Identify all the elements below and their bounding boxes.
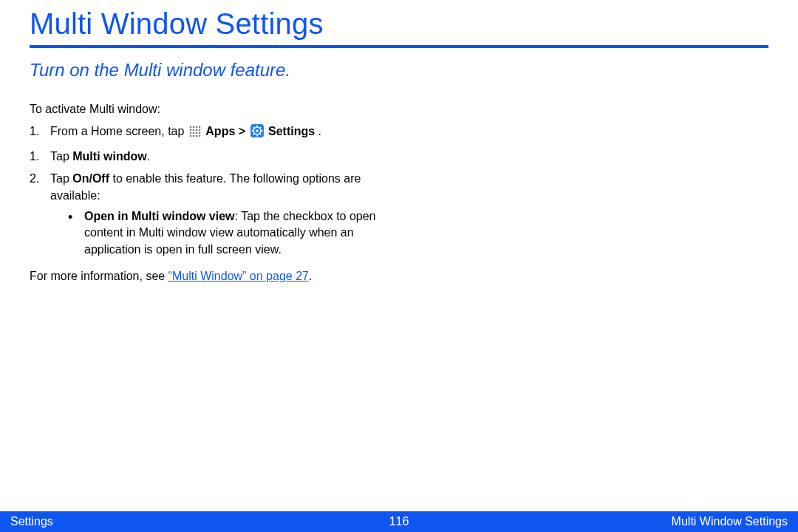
svg-point-2: [196, 126, 198, 129]
svg-point-7: [199, 129, 201, 132]
page-subtitle: Turn on the Multi window feature.: [30, 60, 768, 81]
svg-point-13: [193, 135, 195, 137]
svg-point-0: [190, 126, 192, 129]
svg-point-14: [196, 135, 198, 137]
svg-point-4: [190, 129, 192, 132]
page-title: Multi Window Settings: [30, 7, 768, 41]
step-2: 2. Tap On/Off to enable this feature. Th…: [30, 171, 384, 258]
gt-separator: >: [239, 125, 249, 137]
settings-label: Settings: [268, 125, 315, 137]
svg-line-24: [259, 134, 260, 134]
svg-point-15: [199, 135, 201, 137]
step-number: 1.: [30, 123, 39, 140]
option-bold: Open in Multi window view: [84, 210, 235, 222]
step-number: 2.: [30, 171, 39, 187]
footer-right: Multi Window Settings: [672, 515, 788, 528]
step-1b-suffix: .: [147, 150, 150, 163]
svg-point-5: [193, 129, 195, 132]
step-1-period: .: [318, 125, 321, 137]
step-number: 1.: [30, 149, 39, 165]
svg-point-10: [196, 132, 198, 134]
options-list: Open in Multi window view: Tap the check…: [50, 208, 384, 258]
svg-line-25: [253, 134, 253, 134]
svg-line-26: [259, 127, 260, 128]
more-info-prefix: For more information, see: [30, 270, 168, 282]
title-rule: [30, 45, 768, 48]
svg-point-6: [196, 129, 198, 132]
svg-point-8: [190, 132, 192, 134]
steps-list: 1. From a Home screen, tap Apps >: [30, 123, 384, 258]
apps-label: Apps: [205, 125, 235, 137]
more-info-suffix: .: [309, 270, 312, 282]
intro-text: To activate Multi window:: [30, 101, 384, 117]
body-column: To activate Multi window: 1. From a Home…: [30, 101, 384, 285]
step-1b: 1. Tap Multi window.: [30, 149, 384, 165]
more-info: For more information, see “Multi Window”…: [30, 268, 384, 284]
step-1-prefix: From a Home screen, tap: [50, 125, 188, 137]
apps-grid-icon: [189, 126, 201, 142]
page-footer: Settings 116 Multi Window Settings: [0, 511, 798, 532]
svg-point-1: [193, 126, 195, 129]
step-2-bold: On/Off: [72, 172, 109, 185]
footer-left: Settings: [10, 515, 53, 528]
svg-point-9: [193, 132, 195, 134]
step-1: 1. From a Home screen, tap Apps >: [30, 123, 384, 142]
settings-gear-icon: [250, 124, 264, 142]
svg-point-12: [190, 135, 192, 137]
step-1b-prefix: Tap: [50, 150, 72, 163]
step-2-prefix: Tap: [50, 172, 72, 185]
svg-point-18: [256, 130, 259, 133]
svg-point-11: [199, 132, 201, 134]
svg-line-23: [253, 127, 253, 128]
multi-window-cross-ref-link[interactable]: “Multi Window” on page 27: [168, 270, 309, 282]
step-1b-bold: Multi window: [72, 150, 146, 163]
option-open-in-multi-window: Open in Multi window view: Tap the check…: [50, 208, 384, 258]
svg-point-3: [199, 126, 201, 129]
